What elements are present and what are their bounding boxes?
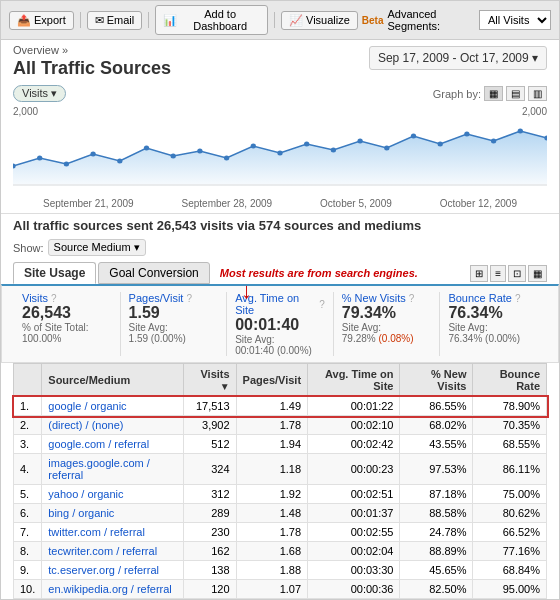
cell-visits: 230: [183, 523, 236, 542]
table-row: 10. en.wikipedia.org / referral 120 1.07…: [14, 580, 547, 599]
source-medium-link[interactable]: Source Medium ▾: [48, 239, 146, 256]
date-range-picker[interactable]: Sep 17, 2009 - Oct 17, 2009 ▾: [369, 46, 547, 70]
source-link[interactable]: google.com / referral: [48, 438, 149, 450]
cell-source: google / organic: [42, 397, 183, 416]
chart-view-button[interactable]: ▦: [528, 265, 547, 282]
svg-point-2: [37, 156, 42, 161]
cell-bounce: 75.00%: [473, 485, 547, 504]
comparison-view-button[interactable]: ≡: [490, 265, 506, 282]
chart-x-labels: September 21, 2009 September 28, 2009 Oc…: [13, 198, 547, 209]
svg-point-9: [224, 156, 229, 161]
cell-source: tecwriter.com / referral: [42, 542, 183, 561]
traffic-sources-table: Source/Medium Visits ▼ Pages/Visit Avg. …: [13, 363, 547, 599]
visits-help[interactable]: ?: [51, 293, 57, 304]
col-bounce[interactable]: Bounce Rate: [473, 364, 547, 397]
bounce-value: 76.34%: [448, 304, 538, 322]
svg-point-12: [304, 142, 309, 147]
svg-point-5: [117, 159, 122, 164]
source-link[interactable]: images.google.com / referral: [48, 457, 150, 481]
cell-new-visits: 24.78%: [400, 523, 473, 542]
col-visits[interactable]: Visits ▼: [183, 364, 236, 397]
cell-source: images.google.com / referral: [42, 454, 183, 485]
beta-badge: Beta: [362, 15, 384, 26]
email-button[interactable]: ✉ Email: [87, 11, 143, 30]
cell-rank: 5.: [14, 485, 42, 504]
stat-pages-visit: Pages/Visit ? 1.59 Site Avg: 1.59 (0.00%…: [121, 292, 228, 356]
cell-avg-time: 00:02:10: [308, 416, 400, 435]
source-link[interactable]: google / organic: [48, 400, 126, 412]
source-link[interactable]: tc.eserver.org / referral: [48, 564, 159, 576]
svg-point-8: [197, 149, 202, 154]
graph-by-day-button[interactable]: ▦: [484, 86, 503, 101]
table-view-button[interactable]: ⊞: [470, 265, 488, 282]
cell-avg-time: 00:02:55: [308, 523, 400, 542]
cell-avg-time: 00:03:30: [308, 561, 400, 580]
cell-source: tc.eserver.org / referral: [42, 561, 183, 580]
cell-new-visits: 45.65%: [400, 561, 473, 580]
source-link[interactable]: en.wikipedia.org / referral: [48, 583, 172, 595]
graph-by-month-button[interactable]: ▥: [528, 86, 547, 101]
x-label-4: October 12, 2009: [440, 198, 517, 209]
stats-row: Visits ? 26,543 % of Site Total: 100.00%…: [1, 284, 559, 363]
export-button[interactable]: 📤 Export: [9, 11, 74, 30]
cell-avg-time: 00:02:51: [308, 485, 400, 504]
annotation-arrow: ↓: [241, 278, 252, 304]
pages-help[interactable]: ?: [186, 293, 192, 304]
x-label-2: September 28, 2009: [182, 198, 273, 209]
avg-time-value: 00:01:40: [235, 316, 325, 334]
tabs-container: Site Usage Goal Conversion Most results …: [1, 260, 559, 284]
source-link[interactable]: (direct) / (none): [48, 419, 123, 431]
cell-bounce: 78.90%: [473, 397, 547, 416]
col-source-medium[interactable]: Source/Medium: [42, 364, 183, 397]
cell-new-visits: 43.55%: [400, 435, 473, 454]
toolbar-separator-3: [274, 12, 275, 28]
add-dashboard-button[interactable]: 📊 Add to Dashboard: [155, 5, 268, 35]
dashboard-icon: 📊: [163, 14, 177, 27]
source-link[interactable]: bing / organic: [48, 507, 114, 519]
visits-metric-button[interactable]: Visits ▾: [13, 85, 66, 102]
time-help[interactable]: ?: [319, 299, 325, 310]
table-row: 8. tecwriter.com / referral 162 1.68 00:…: [14, 542, 547, 561]
email-icon: ✉: [95, 14, 104, 27]
table-row: 2. (direct) / (none) 3,902 1.78 00:02:10…: [14, 416, 547, 435]
cell-visits: 3,902: [183, 416, 236, 435]
tab-goal-conversion[interactable]: Goal Conversion: [98, 262, 209, 284]
source-link[interactable]: twitter.com / referral: [48, 526, 145, 538]
header-area: Overview » All Traffic Sources Sep 17, 2…: [1, 40, 559, 81]
toolbar-right: Beta Advanced Segments: All Visits: [362, 8, 551, 32]
chart-section: Visits ▾ Graph by: ▦ ▤ ▥ 2,000 2,000: [1, 81, 559, 213]
bounce-help[interactable]: ?: [515, 293, 521, 304]
col-pages[interactable]: Pages/Visit: [236, 364, 308, 397]
source-link[interactable]: tecwriter.com / referral: [48, 545, 157, 557]
page-title: All Traffic Sources: [13, 58, 369, 79]
cell-rank: 7.: [14, 523, 42, 542]
graph-by-week-button[interactable]: ▤: [506, 86, 525, 101]
source-link[interactable]: yahoo / organic: [48, 488, 123, 500]
toolbar-separator: [80, 12, 81, 28]
sort-arrow: ▼: [220, 381, 230, 392]
cell-source: bing / organic: [42, 504, 183, 523]
table-container: Source/Medium Visits ▼ Pages/Visit Avg. …: [1, 363, 559, 599]
stat-bounce-rate: Bounce Rate ? 76.34% Site Avg: 76.34% (0…: [440, 292, 546, 356]
svg-point-13: [331, 148, 336, 153]
export-icon: 📤: [17, 14, 31, 27]
table-row: 6. bing / organic 289 1.48 00:01:37 88.5…: [14, 504, 547, 523]
col-new-visits[interactable]: % New Visits: [400, 364, 473, 397]
tab-site-usage[interactable]: Site Usage: [13, 262, 96, 284]
pivot-view-button[interactable]: ⊡: [508, 265, 526, 282]
visualize-button[interactable]: 📈 Visualize: [281, 11, 358, 30]
source-medium-button[interactable]: Source Medium ▾: [48, 239, 146, 256]
col-avg-time[interactable]: Avg. Time on Site: [308, 364, 400, 397]
breadcrumb: Overview »: [13, 44, 369, 56]
cell-bounce: 77.16%: [473, 542, 547, 561]
advanced-segments-label: Advanced Segments:: [388, 8, 476, 32]
new-visits-help[interactable]: ?: [409, 293, 415, 304]
all-visits-select[interactable]: All Visits: [479, 10, 551, 30]
cell-visits: 17,513: [183, 397, 236, 416]
cell-avg-time: 00:02:04: [308, 542, 400, 561]
cell-avg-time: 00:01:22: [308, 397, 400, 416]
table-row: 5. yahoo / organic 312 1.92 00:02:51 87.…: [14, 485, 547, 504]
cell-source: (direct) / (none): [42, 416, 183, 435]
svg-point-6: [144, 146, 149, 151]
table-row: 7. twitter.com / referral 230 1.78 00:02…: [14, 523, 547, 542]
